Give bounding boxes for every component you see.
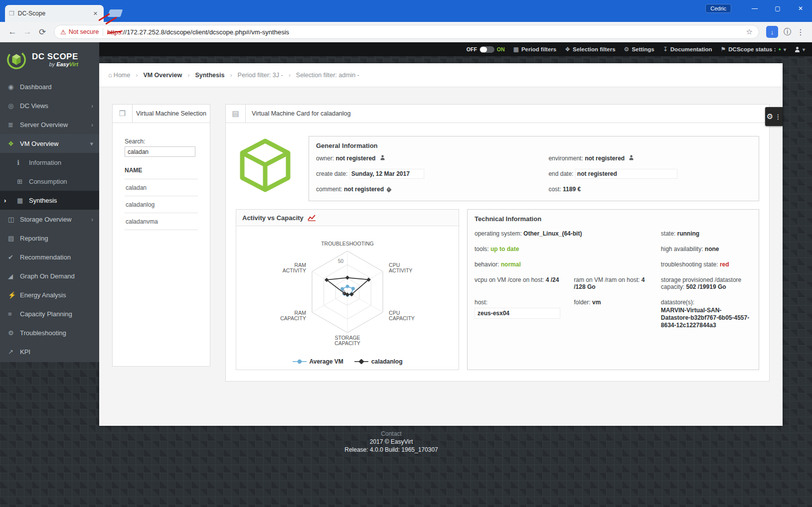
chevron-down-icon: ▾ bbox=[90, 140, 93, 147]
sidebar-item-storage-overview[interactable]: ◫ Storage Overview › bbox=[0, 210, 99, 229]
svg-text:RAMACTIVITY: RAMACTIVITY bbox=[283, 262, 306, 273]
window-maximize-button[interactable]: ▢ bbox=[766, 2, 789, 15]
dcscope-logo-icon bbox=[6, 49, 27, 70]
toggle-switch[interactable] bbox=[480, 46, 494, 53]
svg-text:0: 0 bbox=[342, 289, 345, 295]
selection-filters-button[interactable]: ❖ Selection filters bbox=[565, 46, 615, 53]
bookmark-star-icon[interactable]: ☆ bbox=[746, 27, 753, 36]
vm-search-input[interactable] bbox=[125, 146, 195, 157]
owner-value: not registered bbox=[335, 155, 375, 162]
wrench-icon: ⚙ bbox=[8, 329, 20, 337]
sidebar-item-vm-overview[interactable]: ❖ VM Overview ▾ bbox=[0, 134, 99, 153]
home-icon: ⌂ bbox=[108, 71, 112, 79]
browser-menu-icon[interactable]: ⋮ bbox=[794, 25, 807, 38]
vcpu-value: 4 /24 bbox=[546, 276, 559, 283]
dcscope-status-menu[interactable]: ⚑ DCScope status : ● ▾ bbox=[721, 46, 786, 53]
vm-list-item[interactable]: caladanlog bbox=[125, 196, 198, 213]
legend-item-average-vm[interactable]: Average VM bbox=[293, 358, 343, 365]
logo-title: DC SCOPE bbox=[32, 52, 78, 62]
owner-row: owner: not registered bbox=[316, 155, 548, 162]
dcscope-logo[interactable]: DC SCOPE by EasyVirt bbox=[0, 42, 99, 77]
breadcrumb-vm-overview[interactable]: VM Overview bbox=[143, 72, 182, 79]
book-icon: ▤ bbox=[8, 235, 20, 242]
breadcrumb-home[interactable]: ⌂ Home bbox=[108, 71, 130, 79]
sidebar-item-synthesis[interactable]: › ▦ Synthesis bbox=[0, 191, 99, 210]
sidebar-item-label: Energy Analysis bbox=[20, 291, 66, 299]
sidebar-item-capacity-planning[interactable]: ≡ Capacity Planning bbox=[0, 304, 99, 323]
realtime-toggle[interactable]: OFF ON bbox=[467, 46, 505, 53]
reload-button[interactable]: ⟳ bbox=[35, 24, 50, 39]
user-icon bbox=[795, 47, 800, 52]
breadcrumb-synthesis[interactable]: Synthesis bbox=[195, 72, 224, 79]
sidebar-item-energy-analysis[interactable]: ⚡ Energy Analysis bbox=[0, 285, 99, 304]
breadcrumb-selection-filter[interactable]: Selection filter: admin - bbox=[296, 72, 359, 79]
address-bar[interactable]: ⚠ Not secure https://172.27.252.8/dcscop… bbox=[54, 25, 759, 39]
datastore-row: datastore(s): MARVIN-Virtual-SAN-Datasto… bbox=[661, 299, 751, 329]
sidebar-item-recommendation[interactable]: ✔ Recommendation bbox=[0, 248, 99, 266]
breadcrumb-period-filter[interactable]: Period filter: 3J - bbox=[238, 72, 283, 79]
sidebar-item-label: Consumption bbox=[29, 178, 67, 185]
tab-close-icon[interactable]: ✕ bbox=[91, 9, 100, 18]
sidebar-item-consumption[interactable]: ⊞ Consumption bbox=[0, 172, 99, 191]
info-icon[interactable]: ⓘ bbox=[781, 25, 794, 38]
legend-item-caladanlog[interactable]: caladanlog bbox=[354, 358, 403, 365]
contact-link[interactable]: Contact bbox=[0, 430, 783, 438]
vm-list-item[interactable]: caladanvma bbox=[125, 213, 198, 230]
app-topbar: OFF ON ▦ Period filters ❖ Selection filt… bbox=[99, 42, 812, 56]
url-protocol-struck: https bbox=[107, 28, 121, 36]
sidebar-item-label: Capacity Planning bbox=[20, 310, 72, 318]
download-extension-icon[interactable]: ↓ bbox=[766, 26, 778, 38]
settings-button[interactable]: ⚙ Settings bbox=[624, 46, 654, 53]
sidebar-item-kpi[interactable]: ↗ KPI bbox=[0, 342, 99, 361]
troubleshooting-state-value: red bbox=[720, 261, 729, 268]
datastore-value: MARVIN-Virtual-SAN-Datastore-b32bf767-6b… bbox=[661, 307, 751, 329]
kpi-chart-icon: ↗ bbox=[8, 348, 20, 356]
sidebar-item-information[interactable]: ℹ Information bbox=[0, 153, 99, 172]
owner-user-icon bbox=[380, 155, 385, 160]
svg-text:CPUCAPACITY: CPUCAPACITY bbox=[389, 310, 415, 321]
period-filters-button[interactable]: ▦ Period filters bbox=[513, 46, 557, 53]
os-row: operating system: Other_Linux_(64-bit) bbox=[475, 230, 655, 237]
vm-selection-title: Virtual Machine Selection bbox=[133, 110, 210, 117]
documentation-button[interactable]: ↧ Documentation bbox=[663, 46, 712, 53]
sidebar-item-label: Graph On Demand bbox=[20, 272, 75, 280]
sidebar-item-dc-views[interactable]: ◎ DC Views › bbox=[0, 96, 99, 115]
sidebar-item-dashboard[interactable]: ◉ Dashboard bbox=[0, 77, 99, 96]
technical-information-heading: Technical Information bbox=[468, 210, 759, 227]
user-menu[interactable]: ▾ bbox=[795, 47, 805, 52]
host-field[interactable]: zeus-esx04 bbox=[475, 308, 560, 319]
breadcrumb-separator: › bbox=[136, 72, 138, 79]
window-close-button[interactable]: ✕ bbox=[789, 2, 812, 15]
browser-tab[interactable]: ❒ DC-Scope ✕ bbox=[5, 5, 104, 22]
high-availability-row: high availability: none bbox=[661, 246, 751, 253]
cube-outline-icon: ❒ bbox=[113, 105, 133, 123]
sidebar-item-server-overview[interactable]: ≣ Server Overview › bbox=[0, 115, 99, 134]
tools-row: tools: up to date bbox=[475, 246, 655, 253]
gear-icon: ⚙ bbox=[767, 112, 773, 121]
caret-down-icon: ▾ bbox=[784, 47, 786, 52]
thumbs-up-icon: ✔ bbox=[8, 254, 20, 261]
cost-row: cost: 1189 € bbox=[548, 186, 751, 193]
wrench-icon: ⚙ bbox=[624, 46, 630, 53]
chevron-right-icon: › bbox=[91, 102, 93, 110]
sidebar-item-reporting[interactable]: ▤ Reporting bbox=[0, 229, 99, 248]
breadcrumb-separator: › bbox=[187, 72, 189, 79]
end-date-field[interactable]: not registered bbox=[575, 169, 677, 179]
cost-value: 1189 € bbox=[563, 186, 581, 193]
floating-settings-tab[interactable]: ⚙ ⋮ bbox=[765, 107, 783, 126]
back-button[interactable]: ← bbox=[5, 24, 20, 39]
forward-button[interactable]: → bbox=[20, 24, 35, 39]
sidebar-item-label: DC Views bbox=[20, 102, 48, 110]
sidebar-item-label: Storage Overview bbox=[20, 216, 71, 223]
not-secure-label[interactable]: Not secure bbox=[69, 28, 99, 35]
storage-row: storage provisioned /datastore capacity:… bbox=[661, 276, 751, 290]
svg-text:STORAGECAPACITY: STORAGECAPACITY bbox=[334, 335, 360, 346]
vm-list-item[interactable]: caladan bbox=[125, 179, 198, 196]
browser-profile-badge[interactable]: Cedric bbox=[705, 4, 731, 13]
window-minimize-button[interactable]: — bbox=[743, 2, 766, 15]
create-date-field[interactable]: Sunday, 12 Mar 2017 bbox=[349, 169, 424, 179]
url-rest: ://172.27.252.8/dcscope/client/dcscope.p… bbox=[121, 28, 289, 36]
new-tab-button[interactable] bbox=[108, 9, 123, 17]
sidebar-item-graph-on-demand[interactable]: ◢ Graph On Demand bbox=[0, 266, 99, 285]
sidebar-item-troubleshooting[interactable]: ⚙ Troubleshooting bbox=[0, 323, 99, 342]
